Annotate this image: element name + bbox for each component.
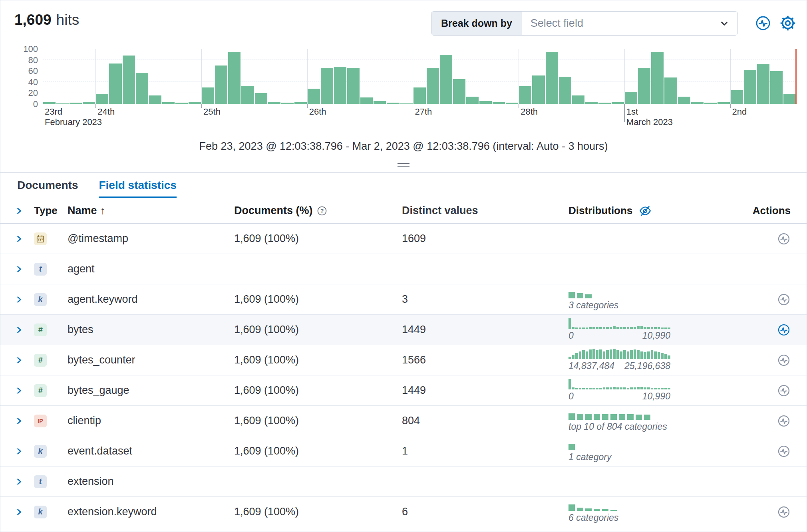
histogram-bar[interactable] (678, 97, 690, 104)
expand-row-icon[interactable] (15, 265, 24, 274)
expand-row-icon[interactable] (15, 234, 24, 243)
breakdown-control[interactable]: Break down by Select field (431, 11, 738, 36)
histogram-bar[interactable] (440, 55, 452, 104)
expand-row-icon[interactable] (15, 508, 24, 516)
col-documents[interactable]: Documents (%) ? (228, 204, 396, 217)
col-distinct-values[interactable]: Distinct values (396, 204, 564, 217)
histogram-bar[interactable] (532, 75, 545, 104)
histogram-bar[interactable] (612, 102, 624, 104)
histogram-bar[interactable] (360, 97, 373, 104)
tab-documents[interactable]: Documents (17, 173, 78, 198)
chart-options-icon[interactable] (755, 15, 771, 32)
histogram-bar[interactable] (453, 79, 465, 104)
histogram-bar[interactable] (83, 102, 95, 104)
histogram-bar[interactable] (202, 87, 214, 104)
field-name[interactable]: extension (60, 475, 228, 488)
histogram-bar[interactable] (559, 77, 571, 104)
expand-row-icon[interactable] (15, 447, 24, 456)
histogram-bar[interactable] (427, 68, 439, 104)
histogram-bar[interactable] (479, 101, 492, 104)
histogram-bar[interactable] (506, 103, 518, 104)
field-name[interactable]: clientip (60, 415, 228, 427)
histogram-bar[interactable] (56, 103, 69, 104)
expand-row-icon[interactable] (15, 386, 24, 395)
histogram-bar[interactable] (493, 102, 505, 104)
histogram-bar[interactable] (651, 52, 664, 104)
sort-ascending-icon[interactable]: ↑ (100, 204, 105, 217)
field-name[interactable]: bytes_counter (60, 354, 228, 366)
histogram-bar[interactable] (572, 95, 584, 104)
histogram-bar[interactable] (691, 102, 704, 104)
histogram-bar[interactable] (268, 102, 280, 104)
histogram-bar[interactable] (770, 71, 783, 104)
eye-slash-icon[interactable] (639, 204, 652, 217)
tab-field-statistics[interactable]: Field statistics (99, 173, 177, 198)
col-type[interactable]: Type (26, 204, 60, 217)
histogram-bar[interactable] (43, 102, 56, 104)
histogram-bar[interactable] (519, 86, 531, 104)
field-name[interactable]: bytes (60, 324, 228, 336)
expand-all-icon[interactable] (15, 206, 24, 215)
histogram-bars[interactable] (43, 49, 796, 104)
histogram-bar[interactable] (96, 94, 108, 104)
panel-resize-handle[interactable] (396, 160, 411, 170)
expand-row-icon[interactable] (15, 295, 24, 304)
expand-row-icon[interactable] (15, 477, 24, 486)
histogram-bar[interactable] (215, 66, 227, 104)
help-icon[interactable]: ? (317, 206, 327, 216)
histogram-bar[interactable] (228, 52, 241, 104)
histogram-bar[interactable] (625, 92, 637, 104)
field-name[interactable]: agent.keyword (60, 293, 228, 306)
expand-row-icon[interactable] (15, 326, 24, 334)
visualize-field-icon[interactable] (777, 445, 791, 458)
histogram-bar[interactable] (400, 103, 413, 104)
histogram-bar[interactable] (175, 103, 188, 104)
histogram-bar[interactable] (783, 94, 796, 104)
histogram-bar[interactable] (189, 102, 201, 104)
histogram-bar[interactable] (664, 77, 677, 104)
visualize-field-icon[interactable] (777, 323, 791, 337)
histogram-bar[interactable] (255, 93, 267, 104)
histogram-bar[interactable] (308, 89, 320, 104)
visualize-field-icon[interactable] (777, 414, 791, 428)
histogram-bar[interactable] (334, 67, 346, 104)
histogram-bar[interactable] (598, 103, 611, 104)
histogram-bar[interactable] (585, 102, 598, 104)
hits-histogram[interactable]: 020406080100 23rdFebruary 202324th25th26… (15, 49, 798, 129)
histogram-bar[interactable] (387, 103, 399, 104)
histogram-bar[interactable] (744, 70, 756, 104)
histogram-bar[interactable] (704, 103, 717, 104)
histogram-bar[interactable] (70, 103, 82, 104)
histogram-bar[interactable] (546, 52, 558, 104)
histogram-bar[interactable] (136, 73, 148, 104)
col-name[interactable]: Name ↑ (60, 204, 228, 217)
field-name[interactable]: @timestamp (60, 232, 228, 245)
expand-row-icon[interactable] (15, 356, 24, 365)
histogram-bar[interactable] (757, 64, 769, 104)
histogram-bar[interactable] (109, 64, 121, 104)
breakdown-select[interactable]: Select field (522, 12, 737, 35)
histogram-bar[interactable] (347, 68, 360, 104)
visualize-field-icon[interactable] (777, 353, 791, 367)
field-name[interactable]: extension.keyword (60, 506, 228, 518)
histogram-bar[interactable] (321, 68, 333, 104)
histogram-bar[interactable] (413, 87, 426, 104)
field-name[interactable]: event.dataset (60, 445, 228, 457)
histogram-bar[interactable] (466, 97, 479, 104)
histogram-bar[interactable] (718, 102, 730, 104)
histogram-plot[interactable] (43, 49, 796, 104)
visualize-field-icon[interactable] (777, 293, 791, 306)
histogram-bar[interactable] (149, 95, 161, 104)
histogram-bar[interactable] (162, 102, 175, 104)
field-name[interactable]: agent (60, 263, 228, 275)
expand-row-icon[interactable] (15, 417, 24, 425)
histogram-bar[interactable] (638, 68, 650, 104)
histogram-bar[interactable] (294, 102, 307, 104)
visualize-field-icon[interactable] (777, 384, 791, 397)
field-name[interactable]: bytes_gauge (60, 384, 228, 397)
histogram-bar[interactable] (374, 101, 386, 104)
histogram-bar[interactable] (731, 90, 743, 104)
visualize-field-icon[interactable] (777, 505, 791, 519)
gear-icon[interactable] (779, 15, 796, 32)
histogram-bar[interactable] (123, 56, 135, 104)
